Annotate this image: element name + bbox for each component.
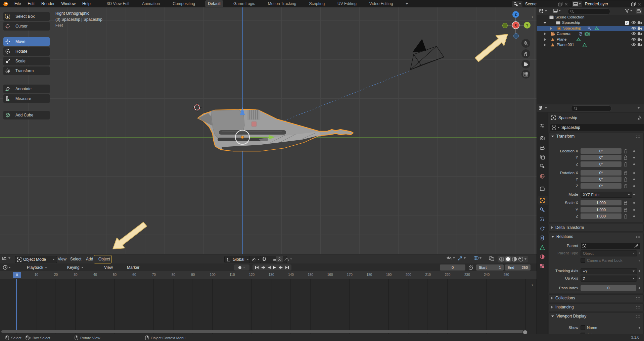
animate-dot[interactable]: [633, 163, 635, 165]
location-x-field[interactable]: 0": [581, 148, 622, 154]
pin-id-button[interactable]: [638, 115, 642, 120]
panel-title[interactable]: Relations: [556, 234, 573, 239]
rotation-mode-dropdown[interactable]: XYZ Euler: [581, 192, 632, 198]
collection-checkbox[interactable]: ✓: [625, 21, 629, 25]
timeline-collapse-arrow[interactable]: ‹: [532, 282, 533, 287]
use-preview-range-button[interactable]: [468, 265, 473, 270]
location-y-field[interactable]: 0": [581, 155, 622, 160]
tool-scale[interactable]: Scale: [3, 57, 50, 65]
hide-eye-icon[interactable]: [631, 32, 636, 35]
animate-dot[interactable]: [633, 172, 635, 174]
workspace-tab-game-logic[interactable]: Game Logic: [231, 0, 258, 7]
lock-icon[interactable]: [624, 214, 627, 218]
tab-scene[interactable]: [540, 163, 545, 169]
workspace-tab-video-editing[interactable]: Video Editing: [367, 0, 396, 7]
camera-view-button[interactable]: [521, 60, 530, 68]
up-axis-dropdown[interactable]: Z: [581, 276, 637, 282]
viewport-menu-view[interactable]: View: [56, 254, 68, 263]
panel-drag-handle[interactable]: [636, 297, 641, 299]
panel-collapse-icon[interactable]: [551, 315, 554, 317]
tab-physics[interactable]: [540, 226, 545, 231]
animate-dot[interactable]: [639, 278, 640, 279]
disclosure-triangle[interactable]: [544, 38, 546, 41]
menu-help[interactable]: Help: [79, 0, 94, 7]
zoom-button[interactable]: [521, 39, 530, 48]
play-button[interactable]: [273, 266, 276, 269]
lock-icon[interactable]: [624, 184, 627, 188]
proportional-edit-toggle[interactable]: [276, 256, 283, 262]
jump-to-start-button[interactable]: [255, 266, 259, 269]
tab-material[interactable]: [540, 254, 545, 259]
outliner-search-input[interactable]: [568, 8, 610, 14]
tab-texture[interactable]: [540, 263, 545, 269]
scene-selector[interactable]: Scene: [512, 1, 570, 7]
render-layer-unlink-button[interactable]: [636, 3, 643, 6]
tool-annotate[interactable]: Annotate: [3, 85, 50, 93]
tab-object-data[interactable]: [540, 245, 545, 250]
panel-drag-handle[interactable]: [636, 315, 641, 318]
tool-rotate[interactable]: Rotate: [3, 47, 50, 56]
animate-dot[interactable]: [633, 194, 635, 195]
gizmo-neg-z-axis-ball[interactable]: [513, 33, 519, 39]
tab-particles[interactable]: [540, 216, 545, 222]
outliner-row-spaceship-object[interactable]: Spaceship: [537, 26, 644, 31]
timeline-editor[interactable]: Playback Keying View Marker 0 Start1: [0, 263, 537, 334]
play-reverse-button[interactable]: [268, 266, 271, 269]
delta-transform-panel[interactable]: Delta Transform: [548, 224, 644, 232]
menu-render[interactable]: Render: [38, 0, 58, 7]
animate-dot[interactable]: [633, 202, 635, 204]
tool-cursor[interactable]: Cursor: [3, 22, 50, 31]
scale-x-field[interactable]: 1.000: [581, 200, 622, 205]
playhead-line[interactable]: [16, 279, 17, 330]
panel-title[interactable]: Viewport Display: [556, 314, 586, 319]
animate-dot[interactable]: [639, 260, 640, 261]
panel-drag-handle[interactable]: [636, 306, 641, 308]
wireframe-shading-icon[interactable]: [499, 256, 504, 262]
breadcrumb-object-name[interactable]: Spaceship: [558, 115, 577, 120]
panel-collapse-icon[interactable]: [551, 236, 554, 238]
tab-constraints[interactable]: [540, 235, 545, 241]
scene-name[interactable]: Scene: [522, 2, 539, 6]
animate-dot[interactable]: [639, 252, 640, 254]
disable-render-icon[interactable]: [637, 43, 642, 47]
properties-search-input[interactable]: [571, 105, 611, 111]
disclosure-triangle[interactable]: [550, 27, 552, 30]
panel-drag-handle[interactable]: [636, 135, 641, 138]
prev-keyframe-button[interactable]: [261, 266, 265, 269]
disable-render-icon[interactable]: [637, 27, 642, 30]
panel-collapse-icon[interactable]: [551, 136, 554, 137]
disable-render-icon[interactable]: [637, 21, 642, 25]
tool-measure[interactable]: Measure: [3, 94, 50, 103]
outliner-editor-type-button[interactable]: [539, 9, 547, 13]
3d-viewport[interactable]: Right Orthographic (0) Spaceship | Space…: [0, 7, 537, 263]
workspace-tab-compositing[interactable]: Compositing: [170, 0, 198, 7]
add-workspace-button[interactable]: +: [403, 0, 411, 7]
scale-z-field[interactable]: 1.000: [581, 213, 622, 219]
workspace-tab-scripting[interactable]: Scripting: [306, 0, 327, 7]
animate-dot[interactable]: [633, 209, 635, 211]
render-layer-new-button[interactable]: [631, 2, 636, 6]
frame-end-field[interactable]: End250: [505, 264, 531, 271]
tab-collection[interactable]: [540, 186, 545, 191]
animate-dot[interactable]: [633, 215, 635, 217]
toggle-ortho-button[interactable]: [521, 70, 530, 79]
rotation-z-field[interactable]: 0°: [581, 183, 622, 189]
tab-world[interactable]: [540, 174, 545, 179]
location-z-field[interactable]: 0": [581, 161, 622, 167]
scene-unlink-button[interactable]: [563, 3, 570, 6]
timeline-menu-marker[interactable]: Marker: [127, 263, 139, 271]
lock-icon[interactable]: [624, 208, 627, 212]
rotation-y-field[interactable]: 0°: [581, 177, 622, 182]
lock-icon[interactable]: [624, 162, 627, 166]
timeline-ruler[interactable]: 0 10203040506070809010011012013014015016…: [0, 271, 537, 280]
material-preview-shading-icon[interactable]: [512, 256, 517, 262]
workspace-tab-uv-editing[interactable]: UV Editing: [335, 0, 359, 7]
panel-collapse-icon[interactable]: [551, 306, 553, 308]
show-hide-dropdown[interactable]: [447, 256, 455, 260]
properties-options-dropdown[interactable]: [638, 107, 640, 109]
tab-render[interactable]: [540, 136, 545, 141]
render-layer-selector[interactable]: RenderLayer: [571, 1, 643, 7]
disclosure-triangle[interactable]: [544, 22, 546, 24]
navigation-gizmo[interactable]: Z X Y: [500, 9, 533, 40]
scale-y-field[interactable]: 1.000: [581, 207, 622, 212]
